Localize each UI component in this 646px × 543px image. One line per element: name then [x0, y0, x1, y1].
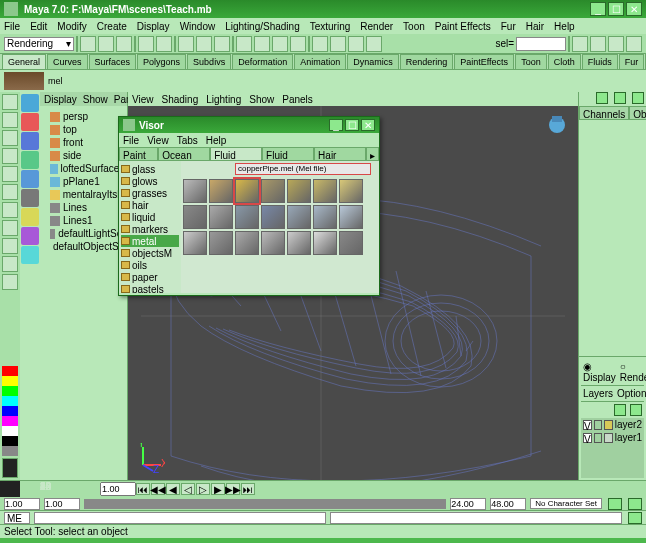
shelf-tab-rendering[interactable]: Rendering — [400, 54, 454, 69]
visor-thumbnail[interactable] — [209, 205, 233, 229]
outliner-button[interactable] — [608, 36, 624, 52]
visor-thumbnail[interactable] — [313, 231, 337, 255]
lasso-button[interactable] — [196, 36, 212, 52]
rotate-tool[interactable] — [2, 148, 18, 164]
visor-thumbnail[interactable] — [339, 231, 363, 255]
visor-menu-file[interactable]: File — [123, 135, 139, 146]
script-editor-button[interactable] — [626, 36, 642, 52]
menu-display[interactable]: Display — [137, 21, 170, 32]
shelf-icon-7[interactable] — [21, 208, 39, 226]
prev-key-button[interactable]: ◀◀ — [151, 483, 165, 495]
visor-thumbnail[interactable] — [209, 179, 233, 203]
outliner-node[interactable]: pPlane1 — [42, 175, 125, 188]
channel-toggle-2[interactable] — [614, 92, 626, 104]
visor-thumbnail[interactable] — [339, 179, 363, 203]
outliner-node[interactable]: loftedSurface1 — [42, 162, 125, 175]
current-frame-field[interactable] — [100, 482, 136, 496]
visor-thumbnail[interactable] — [261, 179, 285, 203]
layer-menu-options[interactable]: Options — [617, 388, 646, 399]
undo-button[interactable] — [138, 36, 154, 52]
render-globals-button[interactable] — [366, 36, 382, 52]
visor-thumbnail[interactable] — [287, 231, 311, 255]
layout-single[interactable] — [2, 220, 18, 236]
save-scene-button[interactable] — [116, 36, 132, 52]
menu-create[interactable]: Create — [97, 21, 127, 32]
shelf-icon-1[interactable] — [21, 94, 39, 112]
select-tool[interactable] — [2, 94, 18, 110]
shelf-tab-dynamics[interactable]: Dynamics — [347, 54, 399, 69]
menu-texturing[interactable]: Texturing — [310, 21, 351, 32]
manip-tool[interactable] — [2, 184, 18, 200]
display-radio[interactable]: ◉ Display — [583, 361, 616, 383]
anim-prefs-button[interactable] — [628, 498, 642, 510]
channel-tab-channels[interactable]: Channels — [579, 106, 629, 120]
shelf-tab-fur[interactable]: Fur — [619, 54, 645, 69]
snap-point-button[interactable] — [272, 36, 288, 52]
quick-layout-button[interactable] — [2, 458, 18, 478]
minimize-button[interactable]: _ — [590, 2, 606, 16]
visor-thumbnail[interactable] — [313, 179, 337, 203]
visor-thumbnail[interactable] — [183, 231, 207, 255]
visor-close-button[interactable]: ✕ — [361, 119, 375, 131]
visor-tree-node[interactable]: objectsM — [121, 247, 179, 259]
shelf-icon-4[interactable] — [21, 151, 39, 169]
goto-end-button[interactable]: ⏭ — [241, 483, 255, 495]
menu-toon[interactable]: Toon — [403, 21, 425, 32]
shelf-tab-curves[interactable]: Curves — [47, 54, 88, 69]
visor-tree-node[interactable]: liquid — [121, 211, 179, 223]
visor-tree-node[interactable]: markers — [121, 223, 179, 235]
character-set-dropdown[interactable]: No Character Set — [530, 498, 602, 509]
viewport-menu-shading[interactable]: Shading — [162, 94, 199, 105]
channel-toggle-3[interactable] — [632, 92, 644, 104]
visor-tree-node[interactable]: grasses — [121, 187, 179, 199]
shelf-icon-5[interactable] — [21, 170, 39, 188]
viewport-menu-show[interactable]: Show — [249, 94, 274, 105]
visor-thumbnail[interactable] — [313, 205, 337, 229]
snap-grid-button[interactable] — [236, 36, 252, 52]
shelf-tab-toon[interactable]: Toon — [515, 54, 547, 69]
range-end-field[interactable] — [490, 498, 526, 510]
range-start-field[interactable] — [4, 498, 40, 510]
visor-tab[interactable]: Fluid Initial States — [262, 147, 314, 161]
channel-tab-object[interactable]: Object — [629, 106, 646, 120]
scale-tool[interactable] — [2, 166, 18, 182]
color-tile[interactable] — [2, 376, 18, 386]
menu-render[interactable]: Render — [360, 21, 393, 32]
visor-thumbnail[interactable] — [339, 205, 363, 229]
viewport-menu-lighting[interactable]: Lighting — [206, 94, 241, 105]
visor-tree-node[interactable]: paper — [121, 271, 179, 283]
paint-select-button[interactable] — [214, 36, 230, 52]
visor-tree-node[interactable]: glows — [121, 175, 179, 187]
visor-thumbnail[interactable] — [183, 205, 207, 229]
visor-thumbnail[interactable] — [261, 205, 285, 229]
color-tile[interactable] — [2, 426, 18, 436]
layer-menu-layers[interactable]: Layers — [583, 388, 613, 399]
outliner-node[interactable]: defaultLightSet — [42, 227, 125, 240]
color-tile[interactable] — [2, 416, 18, 426]
cmd-input[interactable] — [34, 512, 326, 524]
render-radio[interactable]: ○ Render — [620, 361, 646, 383]
shelf-icon-9[interactable] — [21, 246, 39, 264]
visor-tree-node[interactable]: metal — [121, 235, 179, 247]
visor-thumbnail[interactable] — [287, 179, 311, 203]
shelf-tab-animation[interactable]: Animation — [294, 54, 346, 69]
play-end-field[interactable] — [450, 498, 486, 510]
viewport-menu-view[interactable]: View — [132, 94, 154, 105]
menu-window[interactable]: Window — [180, 21, 216, 32]
menu-modify[interactable]: Modify — [57, 21, 86, 32]
redo-button[interactable] — [156, 36, 172, 52]
shelf-tab-fluids[interactable]: Fluids — [582, 54, 618, 69]
menu-lightingshading[interactable]: Lighting/Shading — [225, 21, 300, 32]
visor-tab[interactable]: Fluid Examples — [210, 147, 262, 161]
play-back-button[interactable]: ◁ — [181, 483, 195, 495]
visor-tab[interactable]: Ocean Examples — [158, 147, 210, 161]
visor-menu-help[interactable]: Help — [206, 135, 227, 146]
play-start-field[interactable] — [44, 498, 80, 510]
visor-maximize-button[interactable]: ☐ — [345, 119, 359, 131]
layer-add-button[interactable] — [614, 404, 626, 416]
outliner-node[interactable]: front — [42, 136, 125, 149]
channel-toggle-1[interactable] — [596, 92, 608, 104]
visor-thumbnail[interactable] — [235, 205, 259, 229]
outliner-node[interactable]: persp — [42, 110, 125, 123]
visor-tree-node[interactable]: oils — [121, 259, 179, 271]
